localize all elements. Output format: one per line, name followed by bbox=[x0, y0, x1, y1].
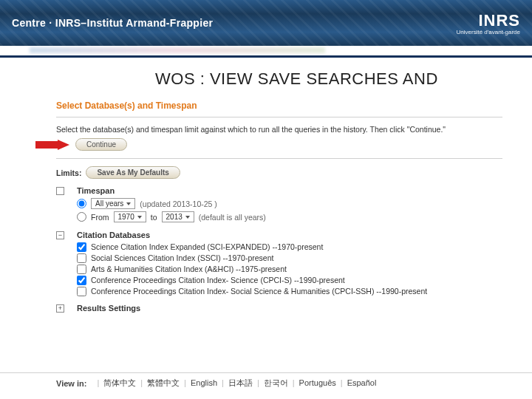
separator: | bbox=[92, 378, 103, 387]
citation-db-row: Conference Proceedings Citation Index- S… bbox=[77, 287, 502, 296]
from-year-select[interactable]: 1970 bbox=[114, 211, 146, 222]
brand-logo: INRS Université d'avant-garde bbox=[457, 11, 520, 35]
citation-db-row: Arts & Humanities Citation Index (A&HCI)… bbox=[77, 265, 502, 274]
brand-logo-sub: Université d'avant-garde bbox=[457, 29, 520, 35]
save-defaults-button[interactable]: Save As My Defaults bbox=[86, 166, 180, 179]
tree-toggle-timespan[interactable] bbox=[56, 187, 64, 195]
citation-db-row: Science Citation Index Expanded (SCI-EXP… bbox=[77, 242, 502, 252]
divider bbox=[56, 117, 502, 117]
citation-db-label: Arts & Humanities Citation Index (A&HCI)… bbox=[91, 265, 287, 273]
to-label: to bbox=[151, 213, 157, 222]
brand-logo-main: INRS bbox=[457, 11, 520, 30]
separator: | bbox=[336, 378, 347, 387]
org-title: Centre · INRS–Institut Armand-Frappier bbox=[12, 17, 213, 29]
radio-all-years[interactable] bbox=[77, 199, 86, 208]
citation-db-checkbox[interactable] bbox=[77, 287, 86, 296]
limits-label: Limits: bbox=[56, 168, 81, 177]
results-group: + Results Settings bbox=[56, 304, 502, 316]
continue-button[interactable]: Continue bbox=[75, 138, 127, 151]
all-years-select[interactable]: All years bbox=[91, 198, 135, 209]
app-banner: Centre · INRS–Institut Armand-Frappier I… bbox=[0, 0, 532, 46]
timespan-group: Timespan All years (updated 2013-10-25 )… bbox=[56, 186, 502, 225]
banner-accent-strip bbox=[0, 46, 532, 58]
timespan-title: Timespan bbox=[77, 186, 502, 195]
language-link[interactable]: Español bbox=[347, 378, 377, 387]
citation-db-checkbox[interactable] bbox=[77, 242, 86, 252]
from-year-value: 1970 bbox=[118, 213, 134, 221]
citation-title: Citation Databases bbox=[77, 231, 502, 239]
language-link[interactable]: Português bbox=[299, 378, 336, 387]
separator: | bbox=[288, 378, 299, 387]
citation-db-label: Social Sciences Citation Index (SSCI) --… bbox=[91, 253, 273, 262]
language-bar: View in: |简体中文|繁體中文|English|日本語|한국어|Port… bbox=[0, 372, 532, 389]
separator: | bbox=[136, 378, 147, 387]
language-link[interactable]: 日本語 bbox=[228, 378, 253, 387]
separator: | bbox=[180, 378, 191, 387]
citation-db-checkbox[interactable] bbox=[77, 253, 86, 263]
language-link[interactable]: 简体中文 bbox=[103, 378, 136, 387]
callout-arrow-icon bbox=[35, 140, 69, 150]
citation-db-label: Conference Proceedings Citation Index- S… bbox=[91, 276, 345, 284]
radio-from-to[interactable] bbox=[77, 212, 86, 222]
separator: | bbox=[217, 378, 228, 387]
all-years-value: All years bbox=[95, 200, 123, 208]
citation-db-row: Social Sciences Citation Index (SSCI) --… bbox=[77, 253, 502, 263]
view-in-label: View in: bbox=[56, 379, 86, 388]
chevron-down-icon bbox=[137, 216, 142, 219]
from-to-note: (default is all years) bbox=[199, 213, 266, 222]
tree-toggle-citation[interactable]: − bbox=[56, 231, 64, 239]
slide-title: WOS : VIEW SAVE SEARCHES AND bbox=[0, 58, 532, 96]
language-link[interactable]: 繁體中文 bbox=[147, 378, 180, 387]
to-year-select[interactable]: 2013 bbox=[162, 211, 194, 222]
wos-panel: Select Database(s) and Timespan Select t… bbox=[0, 100, 532, 316]
chevron-down-icon bbox=[185, 216, 190, 219]
section-heading: Select Database(s) and Timespan bbox=[56, 100, 502, 111]
to-year-value: 2013 bbox=[166, 213, 183, 221]
svg-marker-0 bbox=[35, 140, 69, 150]
instruction-text: Select the database(s) and timespan limi… bbox=[56, 125, 502, 134]
language-link[interactable]: 한국어 bbox=[264, 378, 288, 387]
from-label: From bbox=[91, 213, 109, 222]
citation-db-checkbox[interactable] bbox=[77, 276, 86, 285]
separator: | bbox=[253, 378, 264, 387]
divider bbox=[56, 158, 502, 159]
citation-group: − Citation Databases Science Citation In… bbox=[56, 231, 502, 298]
tree-toggle-results[interactable]: + bbox=[56, 304, 64, 313]
language-link[interactable]: English bbox=[191, 378, 217, 387]
citation-db-row: Conference Proceedings Citation Index- S… bbox=[77, 276, 502, 285]
chevron-down-icon bbox=[126, 202, 131, 205]
all-years-note: (updated 2013-10-25 ) bbox=[140, 200, 217, 208]
citation-db-label: Conference Proceedings Citation Index- S… bbox=[91, 287, 427, 296]
citation-db-checkbox[interactable] bbox=[77, 265, 86, 274]
citation-db-label: Science Citation Index Expanded (SCI-EXP… bbox=[91, 242, 323, 251]
results-title: Results Settings bbox=[77, 304, 502, 313]
